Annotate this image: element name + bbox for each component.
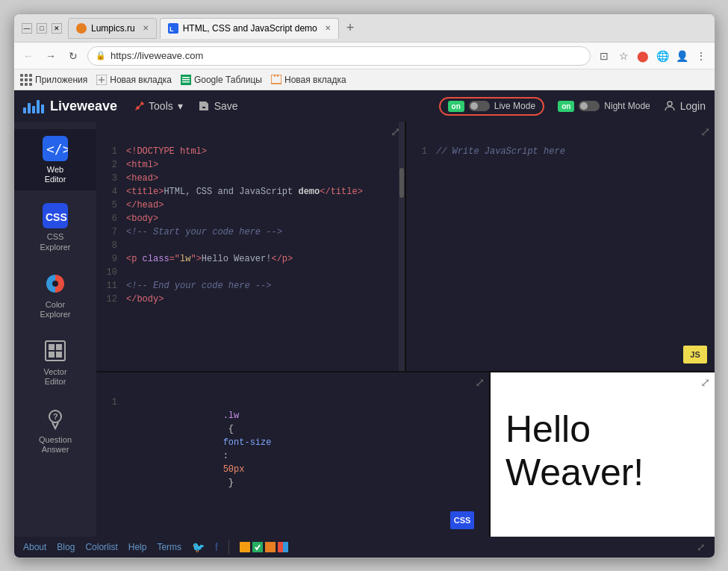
newtab1-label: Новая вкладка (110, 75, 172, 85)
lw-logo-icon (23, 99, 44, 113)
new-tab-bookmark1[interactable]: Новая вкладка (96, 75, 172, 85)
footer-separator (228, 540, 229, 555)
css-editor-panel: ⤢ 1 .lw { font-size : 50px (96, 372, 491, 537)
live-mode-switch[interactable] (469, 101, 490, 111)
menu-icon[interactable]: ⋮ (694, 49, 709, 63)
url-box[interactable]: 🔒 https://liveweave.com (87, 46, 591, 66)
footer-terms[interactable]: Terms (157, 542, 181, 552)
bookmarks-bar: Приложения Новая вкладка Google Таблицы … (14, 69, 715, 90)
vector-editor-icon (42, 337, 69, 364)
lw-footer: About Blog Colorlist Help Terms 🐦 f ⤢ (14, 537, 715, 558)
html-scrollbar[interactable] (399, 122, 405, 371)
js-editor-panel: ⤢ 1 // Write JavaScript here JS (406, 122, 715, 371)
back-button[interactable]: ← (20, 48, 37, 64)
js-expand-button[interactable]: ⤢ (700, 125, 710, 139)
night-mode-toggle[interactable]: on Night Mode (550, 99, 658, 114)
editors-bottom: ⤢ 1 .lw { font-size : 50px (96, 372, 715, 537)
code-line-1: 1 <!DOCTYPE html> (96, 145, 405, 158)
css-editor-toolbar: ⤢ (96, 372, 489, 393)
code-line-2: 2 <html> (96, 158, 405, 172)
code-line-3: 3 <head> (96, 172, 405, 185)
header-right: on Live Mode on Night Mode Login (439, 97, 706, 116)
new-tab-button[interactable]: + (342, 20, 359, 36)
apps-label: Приложения (35, 75, 87, 85)
color-square-4[interactable] (278, 542, 288, 552)
address-actions: ⊡ ☆ ⬤ 🌐 👤 ⋮ (597, 49, 709, 63)
footer-blog[interactable]: Blog (57, 542, 75, 552)
css-explorer-label: CSSExplorer (40, 232, 71, 252)
svg-rect-22 (56, 344, 62, 350)
question-answer-icon: ? (42, 405, 69, 432)
code-line-11: 11 <!-- End your code here --> (96, 279, 405, 293)
sidebar-item-question-answer[interactable]: ? QuestionAnswer (14, 399, 96, 461)
sheets-icon (181, 75, 191, 85)
opera-icon[interactable]: ⬤ (635, 49, 650, 63)
app-content: Liveweave Tools ▾ Save on Live Mode on (14, 90, 715, 558)
svg-rect-21 (49, 344, 55, 350)
reload-button[interactable]: ↻ (65, 48, 81, 64)
footer-expand-button[interactable]: ⤢ (697, 541, 706, 553)
js-line-1: 1 // Write JavaScript here (406, 145, 715, 158)
code-line-8: 8 (96, 239, 405, 252)
js-code-area[interactable]: 1 // Write JavaScript here (406, 142, 715, 371)
minimize-button[interactable]: — (22, 23, 32, 34)
svg-rect-23 (49, 352, 55, 358)
editors-top: ⤢ 1 <!DOCTYPE html> 2 <html> (96, 122, 715, 372)
live-mode-toggle[interactable]: on Live Mode (439, 97, 545, 116)
footer-about[interactable]: About (23, 542, 46, 552)
code-line-6: 6 <body> (96, 212, 405, 225)
tab-lumpics-label: Lumpics.ru (91, 23, 135, 34)
globe-icon[interactable]: 🌐 (655, 49, 670, 63)
save-label: Save (214, 100, 238, 112)
twitter-icon[interactable]: 🐦 (192, 541, 205, 553)
footer-help[interactable]: Help (128, 542, 147, 552)
js-badge: JS (683, 346, 707, 363)
css-code-area[interactable]: 1 .lw { font-size : 50px } (96, 393, 489, 537)
code-line-4: 4 <title>HTML, CSS and JavaScript demo</… (96, 185, 405, 199)
color-square-2[interactable] (252, 542, 263, 552)
tab-close-lumpics[interactable]: ✕ (143, 24, 149, 32)
lw-logo: Liveweave (23, 99, 117, 114)
svg-rect-24 (56, 352, 62, 358)
sidebar-item-vector-editor[interactable]: VectorEditor (14, 331, 96, 393)
apps-grid-icon (20, 74, 32, 86)
night-mode-switch[interactable] (579, 101, 600, 111)
svg-rect-7 (182, 79, 190, 81)
profile-icon[interactable]: 👤 (674, 49, 689, 63)
color-square-1[interactable] (240, 542, 250, 552)
star-icon[interactable]: ☆ (616, 49, 631, 63)
tools-menu[interactable]: Tools ▾ (132, 100, 183, 112)
apps-bookmark[interactable]: Приложения (20, 74, 87, 86)
new-tab-bookmark2[interactable]: Новая вкладка (271, 75, 346, 85)
footer-colorlist[interactable]: Colorlist (85, 542, 117, 552)
js-comment: // Write JavaScript here (436, 145, 565, 158)
sidebar-item-css-explorer[interactable]: CSS CSSExplorer (14, 196, 96, 258)
sidebar-item-web-editor[interactable]: </> WebEditor (14, 129, 96, 190)
svg-rect-6 (182, 77, 190, 78)
google-sheets-bookmark[interactable]: Google Таблицы (181, 75, 262, 85)
color-square-3[interactable] (265, 542, 276, 552)
code-line-12: 12 </body> (96, 293, 405, 306)
forward-button[interactable]: → (43, 48, 59, 64)
tab-liveweave[interactable]: L HTML, CSS and JavaScript demo ✕ (160, 18, 339, 39)
tab-lumpics[interactable]: Lumpics.ru ✕ (68, 18, 157, 39)
maximize-button[interactable]: □ (37, 23, 47, 34)
css-expand-button[interactable]: ⤢ (475, 375, 485, 390)
save-button[interactable]: Save (198, 100, 238, 112)
tab-liveweave-label: HTML, CSS and JavaScript demo (183, 23, 317, 34)
code-line-5: 5 </head> (96, 199, 405, 212)
cast-icon[interactable]: ⊡ (597, 49, 612, 63)
html-scrollbar-thumb[interactable] (399, 168, 404, 198)
facebook-icon[interactable]: f (215, 541, 218, 553)
preview-expand-button[interactable]: ⤢ (700, 375, 710, 390)
night-mode-on-badge: on (558, 101, 574, 112)
sidebar-item-color-explorer[interactable]: ColorExplorer (14, 264, 96, 325)
url-text: https://liveweave.com (111, 50, 582, 61)
login-button[interactable]: Login (664, 100, 706, 112)
close-button[interactable]: ✕ (52, 23, 62, 34)
svg-point-18 (52, 281, 58, 287)
tools-chevron: ▾ (178, 100, 183, 112)
css-badge: CSS (450, 511, 474, 529)
html-code-area[interactable]: 1 <!DOCTYPE html> 2 <html> 3 <head> (96, 142, 405, 371)
tab-close-liveweave[interactable]: ✕ (325, 24, 331, 32)
